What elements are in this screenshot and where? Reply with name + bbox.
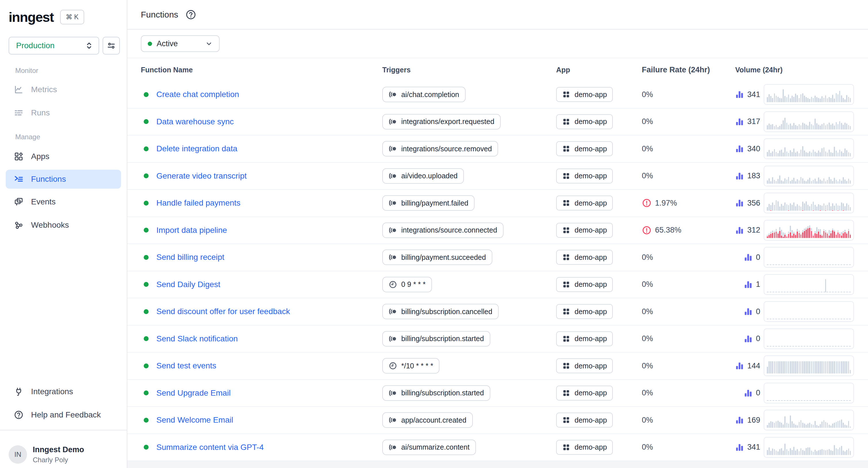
environment-selector[interactable]: Production (9, 37, 99, 55)
failure-rate-value: 0% (642, 362, 653, 370)
table-row[interactable]: Generate video transcript ai/video.uploa… (127, 163, 868, 190)
volume-count: 317 (747, 117, 760, 126)
runs-list-icon (14, 108, 24, 118)
function-link[interactable]: Generate video transcript (156, 171, 247, 180)
column-app: App (556, 66, 639, 74)
trigger-label: app/account.created (401, 416, 466, 424)
status-filter-dropdown[interactable]: Active (141, 35, 220, 52)
sidebar-item-functions[interactable]: Functions (6, 170, 121, 189)
volume-bars-icon (735, 443, 744, 452)
trigger-label: */10 * * * * (401, 362, 433, 370)
table-header: Function Name Triggers App Failure Rate … (127, 58, 868, 81)
app-grid-icon (562, 144, 570, 153)
app-badge: demo-app (556, 114, 613, 129)
app-badge: demo-app (556, 304, 613, 319)
table-row[interactable]: Send discount offer for user feedback bi… (127, 298, 868, 326)
table-row[interactable]: Data warehouse sync integrations/export.… (127, 108, 868, 136)
function-link[interactable]: Send test events (156, 361, 216, 370)
function-status-dot (144, 445, 149, 449)
failure-rate-value: 0% (642, 253, 653, 262)
function-link[interactable]: Send Daily Digest (156, 280, 220, 289)
volume-bars-icon (735, 226, 744, 235)
table-row[interactable]: Import data pipeline integrations/source… (127, 217, 868, 244)
event-trigger-icon (389, 172, 397, 180)
app-name: demo-app (575, 253, 607, 262)
sidebar-item-integrations[interactable]: Integrations (6, 382, 121, 401)
function-status-dot (144, 201, 149, 206)
app-badge: demo-app (556, 440, 613, 455)
table-row[interactable]: Send Slack notification billing/subscrip… (127, 326, 868, 353)
page-help-button[interactable] (185, 9, 196, 21)
sidebar-item-help-and-feedback[interactable]: Help and Feedback (6, 405, 121, 424)
table-row[interactable]: Handle failed payments billing/payment.f… (127, 190, 868, 217)
function-link[interactable]: Summarize content via GPT-4 (156, 443, 264, 452)
function-link[interactable]: Send Upgrade Email (156, 389, 230, 398)
volume-bars-icon (744, 307, 752, 316)
volume-bars-icon (744, 334, 752, 343)
app-grid-icon (562, 253, 570, 262)
sidebar-item-label: Functions (31, 174, 66, 184)
table-row[interactable]: Send test events */10 * * * * demo-app 0… (127, 353, 868, 380)
function-link[interactable]: Create chat completion (156, 90, 239, 99)
table-row[interactable]: Delete integration data integrations/sou… (127, 136, 868, 163)
volume-bars-icon (735, 144, 744, 153)
command-k-shortcut[interactable]: ⌘ K (60, 10, 85, 24)
trigger-badge: ai/chat.completion (382, 87, 466, 102)
table-row[interactable]: Create chat completion ai/chat.completio… (127, 81, 868, 108)
trigger-label: 0 9 * * * (401, 280, 426, 289)
function-link[interactable]: Data warehouse sync (156, 117, 234, 126)
function-link[interactable]: Handle failed payments (156, 198, 241, 208)
chevron-down-icon (205, 39, 213, 48)
sliders-icon (106, 41, 116, 50)
plug-icon (14, 387, 24, 397)
trigger-label: billing/payment.failed (401, 199, 468, 207)
function-link[interactable]: Send Welcome Email (156, 415, 233, 425)
table-row[interactable]: Send Welcome Email app/account.created d… (127, 407, 868, 434)
app-name: demo-app (575, 416, 607, 424)
org-name: Inngest Demo (33, 445, 84, 454)
sidebar-item-webhooks[interactable]: Webhooks (6, 215, 121, 235)
sidebar-item-apps[interactable]: Apps (6, 147, 121, 166)
function-link[interactable]: Send discount offer for user feedback (156, 307, 290, 316)
volume-sparkline (764, 329, 854, 349)
function-link[interactable]: Delete integration data (156, 144, 238, 153)
trigger-badge: integrations/source.removed (382, 141, 498, 157)
sidebar-item-events[interactable]: Events (6, 192, 121, 211)
app-name: demo-app (575, 280, 607, 289)
app-badge: demo-app (556, 412, 613, 428)
failure-rate-value: 0% (642, 117, 653, 126)
app-grid-icon (562, 280, 570, 289)
environment-selector-value: Production (16, 41, 84, 50)
failure-rate-value: 0% (642, 443, 653, 452)
app-grid-icon (562, 389, 570, 397)
table-body: Create chat completion ai/chat.completio… (127, 81, 868, 461)
environment-settings-button[interactable] (103, 37, 120, 55)
table-row[interactable]: Send Daily Digest 0 9 * * * demo-app 0% … (127, 271, 868, 299)
cron-trigger-icon (389, 280, 397, 289)
event-trigger-icon (389, 334, 397, 343)
volume-count: 356 (747, 199, 760, 208)
app-name: demo-app (575, 334, 607, 343)
app-grid-icon (562, 172, 570, 180)
sidebar-item-metrics[interactable]: Metrics (6, 80, 121, 99)
failure-rate-value: 0% (642, 171, 653, 180)
function-link[interactable]: Send billing receipt (156, 253, 224, 262)
failure-rate-value: 0% (642, 280, 653, 289)
volume-sparkline (764, 410, 854, 430)
failure-rate-value: 0% (642, 90, 653, 99)
page-title: Functions (141, 10, 178, 20)
table-row[interactable]: Send Upgrade Email billing/subscription.… (127, 380, 868, 407)
volume-bars-icon (744, 280, 752, 289)
app-grid-icon (562, 90, 570, 99)
sidebar-item-label: Help and Feedback (31, 410, 101, 420)
table-row[interactable]: Send billing receipt billing/payment.suc… (127, 244, 868, 271)
volume-bars-icon (735, 362, 744, 370)
sidebar-item-runs[interactable]: Runs (6, 103, 121, 122)
trigger-badge: billing/payment.failed (382, 195, 474, 211)
app-name: demo-app (575, 145, 607, 153)
account-menu[interactable]: IN Inngest Demo Charly Poly (0, 430, 127, 468)
inngest-logo[interactable]: inngest (9, 9, 54, 25)
function-link[interactable]: Send Slack notification (156, 334, 238, 343)
function-link[interactable]: Import data pipeline (156, 226, 227, 235)
table-row[interactable]: Summarize content via GPT-4 ai/summarize… (127, 434, 868, 461)
